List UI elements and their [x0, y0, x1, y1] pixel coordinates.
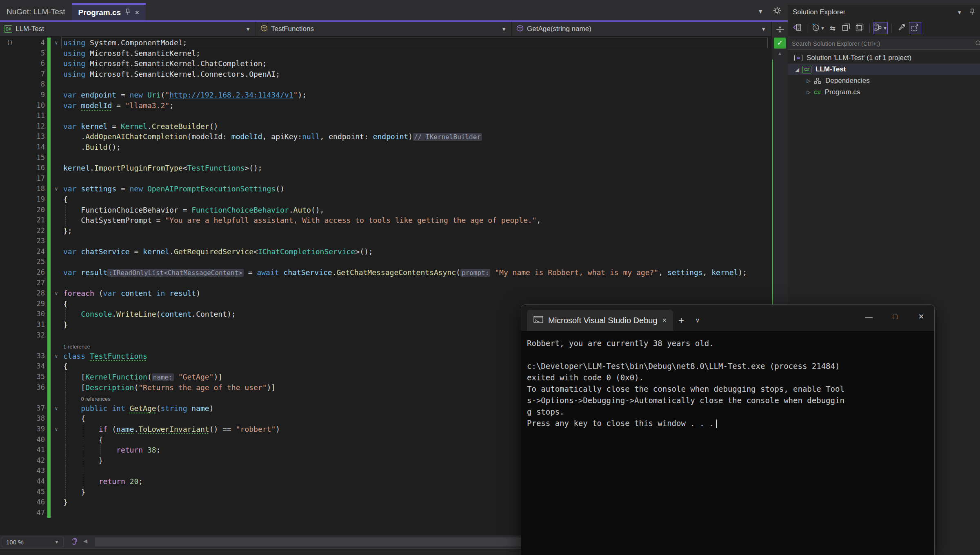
tab-list-chevron-icon[interactable]: ▼ — [758, 8, 763, 15]
terminal-titlebar[interactable]: Microsoft Visual Studio Debug × + ∨ — □ … — [521, 305, 934, 331]
show-all-files-button[interactable] — [909, 22, 921, 34]
code-line[interactable]: 7using Microsoft.SemanticKernel.Connecto… — [0, 69, 772, 80]
sync-with-active-document-button[interactable]: ▼ — [873, 22, 888, 34]
line-number: 12 — [0, 121, 45, 132]
line-number: 24 — [0, 246, 45, 257]
new-tab-button[interactable]: + — [673, 310, 689, 331]
pin-icon[interactable] — [125, 8, 131, 17]
tab-label: NuGet: LLM-Test — [7, 7, 65, 16]
close-tab-icon[interactable]: × — [662, 316, 667, 325]
fold-chevron-icon[interactable]: ∨ — [51, 288, 61, 299]
code-text: FunctionChoiceBehavior = FunctionChoiceB… — [63, 205, 324, 215]
code-text: public int GetAge(string name) — [63, 403, 214, 414]
tree-item-dependencies[interactable]: ▷Dependencies — [788, 75, 980, 87]
expand-chevron-icon[interactable]: ▷ — [803, 78, 814, 84]
type-dropdown[interactable]: TestFunctions ▼ — [256, 22, 512, 36]
collapse-all-button[interactable] — [840, 22, 852, 34]
search-input[interactable] — [788, 40, 980, 47]
code-text: using Microsoft.SemanticKernel.Connector… — [63, 69, 280, 80]
code-line[interactable]: 20 FunctionChoiceBehavior = FunctionChoi… — [0, 205, 772, 215]
code-line[interactable]: 8 — [0, 79, 772, 90]
code-line[interactable]: 19{ — [0, 194, 772, 205]
code-text: { — [63, 435, 103, 445]
tab-nuget-llm-test[interactable]: NuGet: LLM-Test — [0, 3, 72, 20]
code-text: class TestFunctions — [63, 351, 147, 362]
tree-item-project-llm-test[interactable]: ◢C#LLM-Test — [788, 64, 980, 75]
pin-icon[interactable] — [969, 9, 975, 16]
code-line[interactable]: 28∨foreach (var content in result) — [0, 288, 772, 299]
close-button[interactable]: ✕ — [908, 305, 934, 329]
maximize-button[interactable]: □ — [882, 305, 908, 329]
code-line[interactable]: 12var kernel = Kernel.CreateBuilder() — [0, 121, 772, 132]
gear-icon[interactable] — [773, 7, 781, 16]
code-text: return 38; — [63, 445, 160, 455]
code-line[interactable]: 15 — [0, 153, 772, 163]
line-number: 32 — [0, 330, 45, 341]
split-editor-button[interactable] — [772, 22, 788, 37]
console-line: exited with code 0 (0x0). — [527, 372, 934, 383]
code-line[interactable]: 9var endpoint = new Uri("http://192.168.… — [0, 90, 772, 100]
code-line[interactable]: 5using Microsoft.SemanticKernel; — [0, 48, 772, 59]
chevron-down-icon: ▼ — [761, 26, 766, 32]
tab-program-cs[interactable]: Program.cs × — [72, 3, 146, 20]
code-line[interactable]: 26var result:IReadOnlyList<ChatMessageCo… — [0, 267, 772, 278]
collapse-chevron-icon[interactable]: ◢ — [792, 67, 802, 73]
line-number: 34 — [0, 361, 45, 372]
code-line[interactable]: 22}; — [0, 226, 772, 236]
zoom-level-dropdown[interactable]: 100 % ▼ — [2, 537, 64, 547]
code-line[interactable]: 21 ChatSystemPrompt = "You are a helpful… — [0, 215, 772, 226]
code-line[interactable]: 14 .Build(); — [0, 142, 772, 153]
project-dropdown[interactable]: C# LLM-Test ▼ — [0, 22, 256, 36]
code-line[interactable]: 16kernel.ImportPluginFromType<TestFuncti… — [0, 163, 772, 173]
switch-views-button[interactable] — [791, 22, 803, 34]
solution-explorer-title: Solution Explorer — [793, 8, 845, 16]
properties-button[interactable] — [853, 22, 866, 34]
tree-item-label: Solution 'LLM-Test' (1 of 1 project) — [807, 54, 911, 62]
dependencies-icon — [814, 78, 821, 84]
fold-chevron-icon[interactable]: ∨ — [51, 184, 61, 194]
code-line[interactable]: 13 .AddOpenAIChatCompletion(modelId: mod… — [0, 131, 772, 142]
tree-item-program-cs[interactable]: ▷C#Program.cs — [788, 87, 980, 98]
minimize-button[interactable]: — — [856, 305, 882, 329]
fold-chevron-icon[interactable]: ∨ — [51, 403, 61, 414]
code-line[interactable]: 25 — [0, 257, 772, 267]
refresh-button[interactable]: ⇆ — [827, 22, 839, 34]
code-line[interactable]: ⟨⟩4∨using System.ComponentModel; — [0, 38, 772, 48]
indent-guide — [83, 466, 83, 476]
accessibility-listen-button[interactable] — [69, 537, 81, 547]
expand-chevron-icon[interactable]: ▷ — [803, 89, 814, 95]
line-number: 45 — [0, 487, 45, 497]
console-line — [527, 349, 934, 360]
code-line[interactable]: 18∨var settings = new OpenAIPromptExecut… — [0, 184, 772, 194]
history-filter-button[interactable]: ▼ — [811, 22, 825, 34]
tree-item-solution[interactable]: ∞Solution 'LLM-Test' (1 of 1 project) — [788, 52, 980, 64]
code-text: using Microsoft.SemanticKernel.ChatCompl… — [63, 58, 267, 69]
scroll-left-arrow-icon[interactable]: ◀ — [83, 538, 87, 544]
search-icon — [975, 40, 980, 49]
tab-dropdown-chevron-icon[interactable]: ∨ — [689, 310, 706, 331]
close-icon[interactable]: × — [135, 8, 139, 17]
line-number: 23 — [0, 236, 45, 246]
code-line[interactable]: 24var chatService = kernel.GetRequiredSe… — [0, 246, 772, 257]
code-health-check-icon[interactable]: ✓ — [774, 38, 786, 49]
member-dropdown-label: GetAge(string name) — [527, 25, 591, 33]
code-line[interactable]: 6using Microsoft.SemanticKernel.ChatComp… — [0, 58, 772, 69]
code-text: { — [63, 194, 68, 205]
scroll-up-arrow-icon[interactable]: ▲ — [772, 51, 788, 56]
code-line[interactable]: 11 — [0, 111, 772, 121]
wrench-button[interactable] — [896, 22, 908, 34]
code-text: ChatSystemPrompt = "You are a helpfull a… — [63, 215, 541, 226]
fold-chevron-icon[interactable]: ∨ — [51, 351, 61, 362]
terminal-tab[interactable]: Microsoft Visual Studio Debug × — [527, 310, 673, 331]
code-line[interactable]: 17 — [0, 173, 772, 184]
console-line: g stops. — [527, 406, 934, 417]
line-number: 41 — [0, 445, 45, 455]
code-line[interactable]: 10var modelId = "llama3.2"; — [0, 100, 772, 111]
sync-with-active-document-icon — [874, 23, 882, 33]
member-dropdown[interactable]: GetAge(string name) ▼ — [512, 22, 772, 36]
code-line[interactable]: 27 — [0, 278, 772, 289]
fold-chevron-icon[interactable]: ∨ — [51, 38, 61, 48]
code-line[interactable]: 23 — [0, 236, 772, 246]
panel-menu-chevron-icon[interactable]: ▼ — [957, 9, 962, 16]
fold-chevron-icon[interactable]: ∨ — [51, 424, 61, 435]
